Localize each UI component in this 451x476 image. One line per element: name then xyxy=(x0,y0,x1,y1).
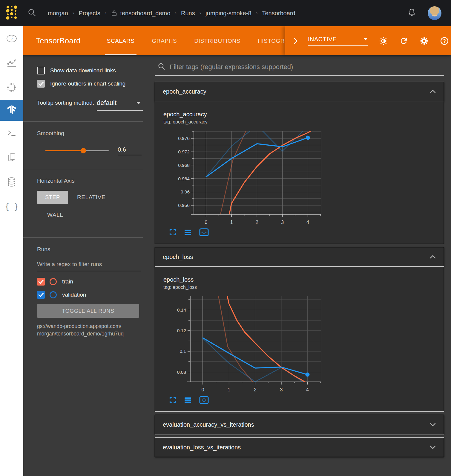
wandb-logo-icon[interactable] xyxy=(5,5,18,22)
section-title: epoch_accuracy xyxy=(163,88,206,95)
section-epoch-loss: epoch_loss epoch_loss tag: epoch_loss 0.… xyxy=(155,247,444,412)
svg-text:0.972: 0.972 xyxy=(178,149,190,154)
avatar[interactable] xyxy=(428,6,441,20)
smoothing-label: Smoothing xyxy=(37,130,143,137)
section-epoch-accuracy: epoch_accuracy epoch_accuracy tag: epoch… xyxy=(155,82,444,244)
epoch-loss-chart[interactable]: 0.080.10.120.1401234 xyxy=(163,294,331,393)
run-train-checkbox[interactable] xyxy=(37,278,45,286)
section-body: epoch_accuracy tag: epoch_accuracy 0.956… xyxy=(155,101,444,244)
svg-text:0.964: 0.964 xyxy=(178,176,190,181)
svg-text:0.12: 0.12 xyxy=(177,328,186,333)
tooltip-sorting-select[interactable]: default xyxy=(97,99,143,111)
show-download-links-checkbox[interactable] xyxy=(37,67,45,74)
svg-text:4: 4 xyxy=(306,387,309,392)
run-validation-checkbox[interactable] xyxy=(37,291,45,299)
chevron-down-icon[interactable] xyxy=(429,422,436,427)
runs-table-icon[interactable] xyxy=(184,228,192,236)
run-validation-color-swatch[interactable] xyxy=(50,291,57,298)
brightness-icon[interactable] xyxy=(379,36,388,45)
section-title: evaluation_loss_vs_iterations xyxy=(163,444,241,451)
axis-relative-button[interactable]: RELATIVE xyxy=(77,194,105,201)
runs-regex-input[interactable]: Write a regex to filter runs xyxy=(37,261,141,271)
axis-step-button[interactable]: STEP xyxy=(37,191,68,204)
smoothing-slider[interactable] xyxy=(45,150,109,151)
svg-text:2: 2 xyxy=(254,387,257,392)
breadcrumb-project[interactable]: tensorboard_demo xyxy=(120,10,170,17)
section-header-epoch-accuracy[interactable]: epoch_accuracy xyxy=(155,82,444,101)
show-download-links-label: Show data download links xyxy=(50,67,116,74)
sidebar-item-artifacts[interactable] xyxy=(0,170,23,194)
breadcrumb-user[interactable]: morgan xyxy=(48,10,68,17)
scalars-main-area: Filter tags (regular expressions support… xyxy=(155,55,451,476)
info-icon: i xyxy=(6,34,17,43)
chevron-up-icon[interactable] xyxy=(429,254,436,259)
gear-icon[interactable] xyxy=(420,36,429,45)
sidebar-item-system[interactable] xyxy=(0,75,23,100)
section-header-evaluation-loss[interactable]: evaluation_loss_vs_iterations xyxy=(155,437,444,457)
search-icon[interactable] xyxy=(27,8,36,18)
tab-graphs[interactable]: GRAPHS xyxy=(150,26,179,55)
svg-text:0.976: 0.976 xyxy=(178,136,190,141)
chevron-right-icon[interactable] xyxy=(292,37,300,45)
svg-text:0.956: 0.956 xyxy=(178,203,190,208)
line-chart-icon xyxy=(7,59,17,68)
help-icon[interactable]: ? xyxy=(440,36,449,45)
tensorboard-header: TensorBoard SCALARS GRAPHS DISTRIBUTIONS… xyxy=(23,26,451,55)
sidebar-item-charts[interactable] xyxy=(0,51,23,75)
tab-distributions[interactable]: DISTRIBUTIONS xyxy=(192,26,242,55)
section-evaluation-accuracy: evaluation_accuracy_vs_iterations xyxy=(155,415,444,434)
sidebar-item-overview[interactable]: i xyxy=(0,26,23,51)
chevron-down-icon[interactable] xyxy=(429,445,436,450)
top-nav-bar: morgan › Projects › tensorboard_demo › R… xyxy=(0,0,451,26)
runs-table-icon[interactable] xyxy=(184,396,192,404)
svg-text:3: 3 xyxy=(281,219,284,225)
refresh-icon[interactable] xyxy=(399,36,408,45)
tab-scalars[interactable]: SCALARS xyxy=(105,26,136,55)
toggle-all-runs-button[interactable]: TOGGLE ALL RUNS xyxy=(37,304,139,318)
section-header-epoch-loss[interactable]: epoch_loss xyxy=(155,247,444,267)
smoothing-value-input[interactable]: 0.6 xyxy=(118,146,142,155)
run-train-color-swatch[interactable] xyxy=(50,278,57,285)
smoothing-slider-fill xyxy=(45,150,83,151)
svg-text:1: 1 xyxy=(230,219,233,225)
svg-text:0.968: 0.968 xyxy=(178,163,190,168)
sidebar-item-tensorboard[interactable] xyxy=(0,100,23,121)
breadcrumb-run-name[interactable]: jumping-smoke-8 xyxy=(205,10,251,17)
ignore-outliers-label: Ignore outliers in chart scaling xyxy=(50,80,125,87)
section-evaluation-loss: evaluation_loss_vs_iterations xyxy=(155,437,444,457)
fit-domain-icon[interactable] xyxy=(199,396,209,404)
fullscreen-icon[interactable] xyxy=(169,228,177,236)
chart-title: epoch_loss xyxy=(163,276,444,283)
sidebar-item-files[interactable] xyxy=(0,145,23,170)
svg-text:2: 2 xyxy=(256,219,258,225)
section-header-evaluation-accuracy[interactable]: evaluation_accuracy_vs_iterations xyxy=(155,415,444,434)
epoch-accuracy-chart[interactable]: 0.9560.960.9640.9680.9720.97601234 xyxy=(163,128,331,226)
sidebar-item-config[interactable]: { } xyxy=(0,194,23,219)
data-status-select[interactable]: INACTIVE xyxy=(308,36,368,46)
tooltip-sorting-value: default xyxy=(97,99,116,107)
filter-tags-input[interactable]: Filter tags (regular expressions support… xyxy=(170,63,293,71)
chevron-down-icon xyxy=(136,102,141,104)
chevron-up-icon[interactable] xyxy=(429,89,436,94)
smoothing-slider-thumb[interactable] xyxy=(81,148,86,153)
breadcrumb-separator: › xyxy=(73,10,74,16)
ignore-outliers-checkbox[interactable] xyxy=(37,80,45,88)
fit-domain-icon[interactable] xyxy=(199,228,209,237)
svg-text:i: i xyxy=(11,36,13,42)
breadcrumb-projects[interactable]: Projects xyxy=(79,10,100,17)
tensorflow-icon xyxy=(6,105,17,116)
breadcrumb-tensorboard[interactable]: Tensorboard xyxy=(262,10,295,17)
breadcrumb-separator: › xyxy=(256,10,258,16)
curly-braces-icon: { } xyxy=(5,202,19,211)
fullscreen-icon[interactable] xyxy=(169,396,177,404)
axis-wall-button[interactable]: WALL xyxy=(47,212,143,218)
bell-icon[interactable] xyxy=(407,8,416,19)
run-validation-label: validation xyxy=(62,292,86,298)
breadcrumb-separator: › xyxy=(105,10,107,16)
svg-text:0.14: 0.14 xyxy=(177,307,186,312)
section-title: epoch_loss xyxy=(163,254,193,260)
tensorboard-tabs: SCALARS GRAPHS DISTRIBUTIONS HISTOGRAMS xyxy=(105,26,300,55)
sidebar-item-logs[interactable] xyxy=(0,121,23,145)
breadcrumb-runs[interactable]: Runs xyxy=(181,10,195,17)
tensorboard-brand: TensorBoard xyxy=(36,36,81,45)
